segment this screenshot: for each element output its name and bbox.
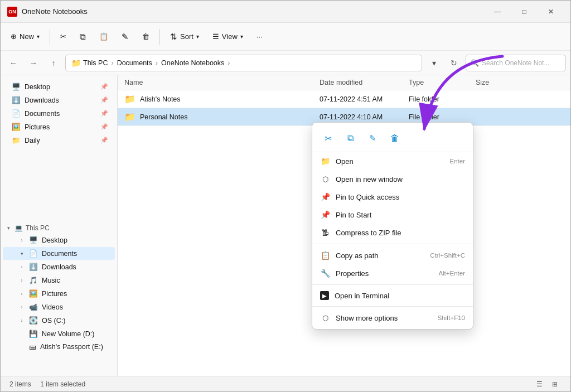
address-path1: This PC [83, 59, 108, 67]
sidebar-label: Videos [42, 303, 63, 311]
address-sep2: › [156, 59, 158, 67]
pictures-icon: 🖼️ [12, 123, 21, 131]
pin-icon: 📌 [100, 137, 108, 144]
grid-view-button[interactable]: ⊞ [548, 378, 562, 391]
sidebar-item-pictures[interactable]: 🖼️ Pictures 📌 [3, 120, 115, 133]
paste-button[interactable]: 📋 [94, 30, 114, 43]
sidebar-item-passport-tree[interactable]: › 🖴 Atish's Passport (E:) [3, 341, 115, 353]
search-placeholder: Search OneNote Not... [482, 59, 549, 67]
context-separator-3 [312, 306, 473, 307]
context-copy-path[interactable]: 📋 Copy as path Ctrl+Shift+C [312, 246, 473, 264]
sidebar-item-downloads-tree[interactable]: › ⬇️ Downloads [3, 260, 115, 273]
sidebar-item-osc-tree[interactable]: › 💽 OS (C:) [3, 314, 115, 327]
rename-button[interactable]: ✎ [116, 29, 134, 45]
context-open-new-window[interactable]: ⬡ Open in new window [312, 170, 473, 188]
minimize-button[interactable]: — [485, 3, 510, 21]
context-copy-button[interactable]: ⧉ [341, 129, 359, 147]
col-name-header: Name [124, 79, 320, 86]
context-pin-quick-access[interactable]: 📌 Pin to Quick access [312, 188, 473, 206]
compress-label: Compress to ZIP file [336, 229, 401, 237]
list-view-button[interactable]: ☰ [533, 378, 546, 391]
context-cut-button[interactable]: ✂ [319, 129, 337, 147]
more-options-icon: ⬡ [320, 313, 330, 323]
expand-arrow: › [18, 238, 25, 243]
view-label: View [222, 32, 238, 41]
sidebar-item-videos-tree[interactable]: › 📹 Videos [3, 301, 115, 313]
main-content: 🖥️ Desktop 📌 ⬇️ Downloads 📌 📄 Documents … [1, 75, 570, 376]
context-separator-1 [312, 244, 473, 244]
sidebar-item-label: Documents [25, 110, 60, 118]
table-row[interactable]: 📁 Atish's Notes 07-11-2022 4:51 AM File … [118, 90, 570, 108]
folder-icon: 📁 [124, 94, 136, 104]
new-label: New [20, 32, 34, 41]
context-properties[interactable]: 🔧 Properties Alt+Enter [312, 264, 473, 282]
sidebar-item-desktop[interactable]: 🖥️ Desktop 📌 [3, 80, 115, 93]
more-button[interactable]: ··· [251, 30, 268, 43]
context-compress-zip[interactable]: 🗜 Compress to ZIP file [312, 224, 473, 241]
properties-label: Properties [336, 269, 369, 278]
sidebar-item-pictures-tree[interactable]: › 🖼️ Pictures [3, 287, 115, 300]
context-delete-button[interactable]: 🗑 [386, 129, 404, 147]
sidebar-item-documents[interactable]: 📄 Documents 📌 [3, 107, 115, 120]
context-open[interactable]: 📁 Open Enter [312, 152, 473, 170]
context-rename-button[interactable]: ✎ [364, 129, 381, 147]
sidebar-item-newvol-tree[interactable]: › 💾 New Volume (D:) [3, 327, 115, 340]
view-icon: ☰ [212, 32, 219, 41]
sidebar-item-daily[interactable]: 📁 Daily 📌 [3, 134, 115, 147]
address-sep1: › [111, 59, 113, 67]
address-dropdown-button[interactable]: ▾ [425, 55, 442, 71]
view-button[interactable]: ☰ View ▾ [207, 30, 249, 43]
address-folder-icon: 📁 [71, 59, 81, 67]
search-bar[interactable]: 🔍 Search OneNote Not... [466, 55, 566, 71]
sidebar-item-downloads[interactable]: ⬇️ Downloads 📌 [3, 94, 115, 107]
sidebar-item-desktop-tree[interactable]: › 🖥️ Desktop [3, 234, 115, 246]
context-menu: ✂ ⧉ ✎ 🗑 📁 Open Enter ⬡ Open in new windo… [312, 122, 473, 330]
expand-arrow: › [18, 278, 25, 283]
view-toggle: ☰ ⊞ [533, 378, 562, 391]
copy-button[interactable]: ⧉ [74, 29, 91, 45]
search-icon: 🔍 [471, 59, 479, 67]
open-shortcut: Enter [450, 158, 466, 164]
col-size-header: Size [476, 79, 564, 86]
new-window-icon: ⬡ [320, 174, 330, 184]
open-label: Open [336, 157, 354, 166]
cut-button[interactable]: ✂ [55, 30, 72, 43]
pin-quick-icon: 📌 [320, 192, 330, 202]
this-pc-section[interactable]: ▾ 💻 This PC [1, 220, 117, 233]
zip-icon: 🗜 [320, 228, 330, 238]
sidebar-label: OS (C:) [42, 317, 65, 325]
pin-icon: 📌 [100, 123, 108, 130]
desktop-tree-icon: 🖥️ [29, 236, 38, 244]
up-button[interactable]: ↑ [45, 55, 62, 71]
pictures-tree-icon: 🖼️ [29, 289, 38, 298]
new-button[interactable]: ⊕ New ▾ [5, 30, 45, 43]
maximize-button[interactable]: □ [511, 3, 537, 21]
plus-icon: ⊕ [11, 32, 17, 41]
sidebar-item-documents-tree[interactable]: ▾ 📄 Documents [3, 247, 115, 260]
sidebar-item-label: Daily [25, 137, 40, 144]
back-button[interactable]: ← [5, 55, 22, 71]
forward-button[interactable]: → [25, 55, 42, 71]
sort-button[interactable]: ⇅ Sort ▾ [164, 29, 205, 45]
address-bar[interactable]: 📁 This PC › Documents › OneNote Notebook… [65, 55, 422, 71]
copy-path-shortcut: Ctrl+Shift+C [430, 252, 465, 259]
context-menu-actions: ✂ ⧉ ✎ 🗑 [312, 125, 473, 152]
downloads-tree-icon: ⬇️ [29, 263, 38, 271]
toolbar-separator-2 [159, 29, 160, 45]
context-pin-start[interactable]: 📌 Pin to Start [312, 206, 473, 224]
music-icon: 🎵 [29, 276, 38, 284]
toolbar-separator [50, 29, 50, 45]
close-button[interactable]: ✕ [538, 3, 564, 21]
documents-tree-icon: 📄 [29, 249, 38, 258]
sidebar-label: New Volume (D:) [42, 330, 94, 338]
refresh-button[interactable]: ↻ [446, 55, 462, 71]
paste-icon: 📋 [99, 32, 108, 41]
sidebar-item-music-tree[interactable]: › 🎵 Music [3, 274, 115, 287]
terminal-label: Open in Terminal [335, 292, 389, 300]
newvol-icon: 💾 [29, 330, 38, 338]
delete-button[interactable]: 🗑 [137, 30, 155, 43]
context-show-more[interactable]: ⬡ Show more options Shift+F10 [312, 309, 473, 327]
context-open-terminal[interactable]: ▶ Open in Terminal [312, 287, 473, 304]
more-label: ··· [257, 32, 263, 41]
videos-icon: 📹 [29, 303, 38, 311]
